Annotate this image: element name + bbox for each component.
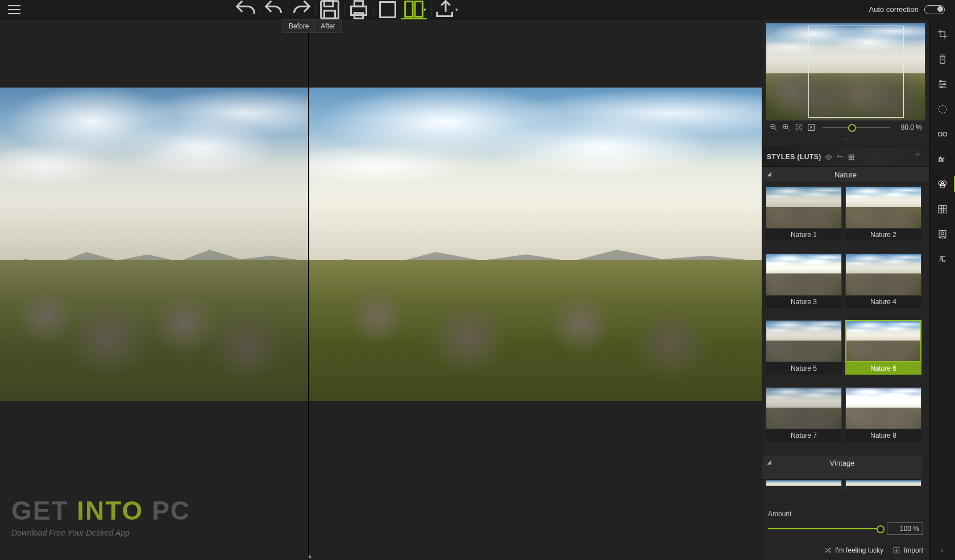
svg-rect-29 bbox=[939, 205, 946, 213]
zoom-slider[interactable] bbox=[823, 127, 890, 128]
image-canvas[interactable]: GET INTO PC Download Free Your Desired A… bbox=[0, 19, 762, 560]
separator bbox=[260, 3, 260, 16]
grid-view-icon[interactable] bbox=[848, 153, 856, 161]
share-button[interactable] bbox=[433, 0, 459, 19]
preset-label: Nature 8 bbox=[845, 429, 921, 442]
svg-rect-2 bbox=[324, 10, 335, 18]
rail-expand-icon[interactable]: ‹ bbox=[929, 546, 956, 554]
separator bbox=[344, 3, 344, 16]
category-vintage-label: Vintage bbox=[830, 459, 855, 467]
after-tab[interactable]: After bbox=[314, 20, 341, 32]
preset-nature-8[interactable]: Nature 8 bbox=[845, 387, 921, 451]
preset-vintage-peek-1[interactable] bbox=[766, 480, 842, 491]
develop-tool-button[interactable] bbox=[929, 48, 956, 70]
undo-step-button[interactable] bbox=[261, 0, 288, 19]
preset-nature-7[interactable]: Nature 7 bbox=[766, 387, 842, 451]
category-vintage-header[interactable]: ◢ Vintage bbox=[762, 455, 922, 480]
feeling-lucky-label: I'm feeling lucky bbox=[835, 546, 883, 554]
preset-grid: Nature 1 Nature 2 Nature 3 Nature 4 Natu… bbox=[762, 183, 929, 504]
panel-bottom-buttons: I'm feeling lucky Import bbox=[762, 542, 929, 560]
color-tool-button[interactable] bbox=[929, 173, 956, 196]
styles-panel-header: STYLES (LUTS) bbox=[762, 147, 929, 167]
view-tool-button[interactable] bbox=[929, 123, 956, 146]
preset-label: Nature 4 bbox=[845, 296, 921, 308]
svg-rect-17 bbox=[852, 157, 854, 160]
preset-nature-4[interactable]: Nature 4 bbox=[845, 254, 921, 317]
redo-step-button[interactable] bbox=[288, 0, 314, 19]
preset-nature-6[interactable]: Nature 6 bbox=[845, 320, 921, 384]
single-view-button[interactable] bbox=[375, 0, 401, 19]
shuffle-icon bbox=[824, 546, 832, 554]
reset-icon[interactable] bbox=[836, 153, 844, 161]
main-area: GET INTO PC Download Free Your Desired A… bbox=[0, 19, 955, 560]
svg-rect-8 bbox=[414, 1, 422, 16]
navigator-viewport-rect[interactable] bbox=[808, 26, 904, 118]
visibility-icon[interactable] bbox=[825, 153, 833, 161]
after-image bbox=[309, 88, 762, 401]
collapse-icon: ◢ bbox=[767, 171, 771, 177]
zoom-in-icon[interactable] bbox=[782, 123, 791, 132]
portrait-tool-button[interactable] bbox=[929, 223, 956, 246]
crop-tool-button[interactable] bbox=[929, 23, 956, 45]
category-nature-header[interactable]: ◢ Nature bbox=[762, 167, 929, 183]
zoom-actual-icon[interactable] bbox=[807, 123, 816, 132]
before-tab[interactable]: Before bbox=[283, 20, 314, 32]
svg-point-13 bbox=[828, 156, 829, 157]
navigator-thumbnail[interactable] bbox=[766, 23, 925, 121]
menu-button[interactable] bbox=[0, 0, 28, 19]
print-button[interactable] bbox=[346, 0, 372, 19]
preset-vintage-peek-2[interactable] bbox=[845, 480, 921, 491]
preset-nature-2[interactable]: Nature 2 bbox=[845, 186, 921, 250]
undo-button[interactable] bbox=[232, 0, 259, 19]
toolbar-center-group: ▾ ▾ bbox=[232, 0, 462, 19]
rgb-fan-icon bbox=[914, 151, 921, 158]
grid-tool-button[interactable] bbox=[929, 198, 956, 221]
amount-input[interactable] bbox=[887, 522, 923, 535]
zoom-fit-icon[interactable]: 1:1 bbox=[794, 123, 803, 132]
save-button[interactable] bbox=[317, 0, 343, 19]
navigator-collapse-icon[interactable]: ︿ bbox=[766, 133, 925, 143]
feeling-lucky-button[interactable]: I'm feeling lucky bbox=[824, 546, 883, 554]
svg-rect-15 bbox=[852, 155, 854, 157]
import-button[interactable]: Import bbox=[892, 546, 923, 554]
watermark-word-3: PC bbox=[152, 496, 190, 525]
svg-rect-16 bbox=[849, 157, 852, 160]
svg-rect-7 bbox=[405, 1, 412, 16]
category-nature-label: Nature bbox=[834, 171, 857, 179]
top-toolbar: ▾ ▾ Auto correction bbox=[0, 0, 955, 19]
import-label: Import bbox=[904, 546, 923, 554]
split-divider[interactable] bbox=[308, 19, 309, 560]
svg-text:fx: fx bbox=[939, 155, 944, 163]
adjust-tool-button[interactable] bbox=[929, 73, 956, 96]
preset-nature-1[interactable]: Nature 1 bbox=[766, 186, 842, 250]
hamburger-icon bbox=[8, 9, 20, 10]
before-after-tabs: Before After bbox=[283, 19, 342, 33]
split-handle-icon[interactable] bbox=[305, 554, 318, 558]
preset-label: Nature 6 bbox=[845, 362, 921, 375]
svg-text:1:1: 1:1 bbox=[797, 126, 801, 129]
svg-rect-4 bbox=[354, 1, 363, 6]
amount-slider[interactable] bbox=[768, 528, 881, 529]
separator bbox=[315, 3, 315, 16]
zoom-out-icon[interactable] bbox=[769, 123, 778, 132]
split-view-button[interactable] bbox=[401, 0, 427, 19]
separator bbox=[373, 3, 373, 16]
text-tool-button[interactable]: A bbox=[929, 248, 956, 271]
amount-label: Amount bbox=[768, 510, 923, 518]
side-panel: 1:1 80.0 % ︿ STYLES (LUTS) bbox=[762, 19, 929, 560]
canvas-top-mask bbox=[0, 19, 762, 88]
svg-point-31 bbox=[941, 232, 944, 235]
auto-correction-toggle[interactable] bbox=[924, 5, 945, 14]
selection-tool-button[interactable] bbox=[929, 98, 956, 121]
preset-nature-3[interactable]: Nature 3 bbox=[766, 254, 842, 317]
preset-nature-5[interactable]: Nature 5 bbox=[766, 320, 842, 384]
collapse-icon: ◢ bbox=[767, 459, 771, 465]
watermark: GET INTO PC Download Free Your Desired A… bbox=[11, 495, 190, 537]
zoom-controls: 1:1 80.0 % bbox=[766, 121, 925, 133]
effects-tool-button[interactable]: fx bbox=[929, 148, 956, 171]
separator bbox=[431, 3, 431, 16]
svg-rect-1 bbox=[324, 1, 333, 6]
preset-label: Nature 1 bbox=[766, 229, 842, 241]
svg-rect-3 bbox=[351, 6, 366, 15]
styles-panel-title: STYLES (LUTS) bbox=[767, 153, 821, 161]
